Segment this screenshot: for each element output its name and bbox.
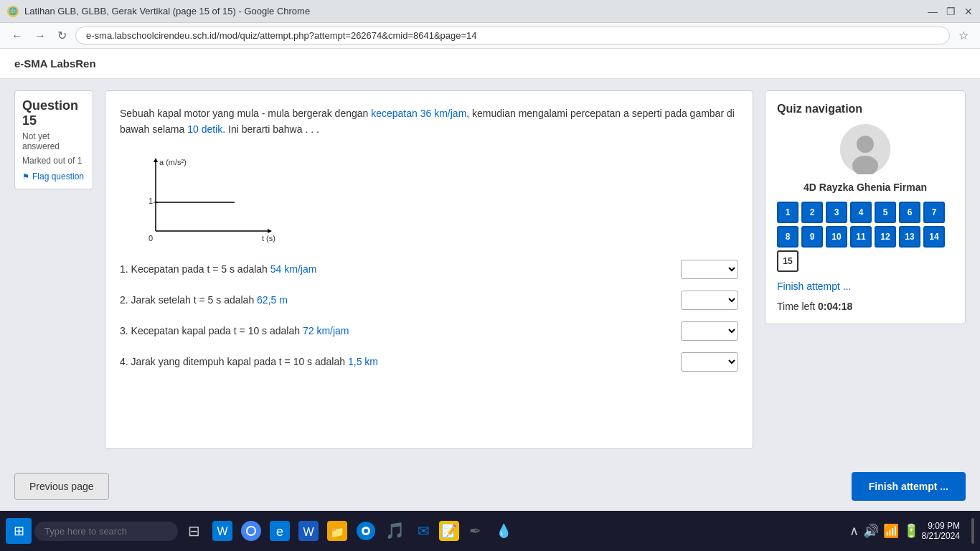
nav-num-15[interactable]: 15 [777,250,798,272]
svg-text:0: 0 [149,234,153,242]
nav-num-4[interactable]: 4 [850,202,872,223]
acceleration-graph: a (m/s²) t (s) 1 0 [134,152,278,245]
question-box: Sebuah kapal motor yang mula - mula berg… [105,90,753,449]
nav-num-14[interactable]: 14 [923,226,945,248]
nav-num-1[interactable]: 1 [777,202,798,223]
question-status: Not yet answered [22,131,85,151]
answer-select-3[interactable]: True False [681,321,738,341]
nav-num-13[interactable]: 13 [899,226,920,248]
question-sidebar: Question 15 Not yet answered Marked out … [14,90,93,449]
answer-row-1: 1. Kecepatan pada t = 5 s adalah 54 km/j… [120,260,738,279]
flag-label: Flag question [32,171,84,182]
quiz-nav-box: Quiz navigation 4D Rayzka Ghenia Firman … [765,90,966,324]
browser-addressbar: ← → ↻ e-sma.labschoolcirendeu.sch.id/mod… [0,23,980,49]
svg-marker-3 [268,229,272,233]
graph-container: a (m/s²) t (s) 1 0 [134,152,278,245]
maximize-button[interactable]: ❐ [946,6,956,17]
question-number: 15 [22,113,37,128]
answer-text-3: 3. Kecepatan kapal pada t = 10 s adalah … [120,325,681,336]
svg-text:t (s): t (s) [262,234,275,242]
main-content: Question 15 Not yet answered Marked out … [0,79,980,461]
finish-attempt-button[interactable]: Finish attempt ... [852,472,966,501]
back-button[interactable]: ← [9,29,26,42]
nav-num-8[interactable]: 8 [777,226,798,248]
nav-num-7[interactable]: 7 [923,202,945,223]
answer-text-1: 1. Kecepatan pada t = 5 s adalah 54 km/j… [120,263,681,275]
user-avatar [840,124,890,174]
answer-row-4: 4. Jarak yang ditempuh kapal pada t = 10… [120,352,738,372]
question-info-box: Question 15 Not yet answered Marked out … [14,90,93,189]
close-button[interactable]: ✕ [964,6,973,17]
bottom-bar: Previous page Finish attempt ... [0,461,980,512]
bookmark-button[interactable]: ☆ [956,29,971,42]
svg-text:a (m/s²): a (m/s²) [159,158,187,166]
nav-num-5[interactable]: 5 [875,202,896,223]
answer-select-1[interactable]: True False [681,260,738,279]
nav-num-11[interactable]: 11 [850,226,872,248]
nav-num-9[interactable]: 9 [801,226,823,248]
forward-button[interactable]: → [32,29,49,42]
window-controls[interactable]: — ❐ ✕ [928,6,973,17]
browser-title: Latihan GLB, GLBB, Gerak Vertikal (page … [24,6,922,17]
time-label: Time left [777,301,815,312]
nav-num-12[interactable]: 12 [875,226,896,248]
svg-text:1: 1 [149,197,153,205]
browser-titlebar: 🌐 Latihan GLB, GLBB, Gerak Vertikal (pag… [0,0,980,23]
minimize-button[interactable]: — [928,6,938,17]
answer-row-3: 3. Kecepatan kapal pada t = 10 s adalah … [120,321,738,341]
page-background: e-SMA LabsRen Question 15 Not yet answer… [0,49,980,512]
svg-point-12 [857,136,874,153]
site-header: e-SMA LabsRen [0,49,980,79]
user-name: 4D Rayzka Ghenia Firman [777,182,953,193]
flag-question-link[interactable]: ⚑ Flag question [22,171,85,182]
answer-row-2: 2. Jarak setelah t = 5 s adalah 62,5 m T… [120,291,738,310]
nav-num-2[interactable]: 2 [801,202,823,223]
question-area: Sebuah kapal motor yang mula - mula berg… [105,90,753,449]
answer-select-4[interactable]: True False [681,352,738,372]
taskbar: ⊞ ⊟ W e W 📁 🎵 ✉ 📝 ✒ 💧 ∧ 🔊 📶 🔋 9:09 PM 8/… [0,511,980,512]
question-text-content: Sebuah kapal motor yang mula - mula berg… [120,108,735,135]
time-value: 0:04:18 [818,301,852,312]
browser-favicon: 🌐 [7,6,19,17]
answer-text-2: 2. Jarak setelah t = 5 s adalah 62,5 m [120,294,681,306]
time-left: Time left 0:04:18 [777,301,953,312]
svg-marker-2 [154,158,158,162]
nav-num-3[interactable]: 3 [826,202,847,223]
answer-text-4: 4. Jarak yang ditempuh kapal pada t = 10… [120,356,681,367]
question-number-line: Question 15 [22,98,85,128]
flag-icon: ⚑ [22,172,29,182]
site-name: e-SMA LabsRen [14,57,96,70]
nav-num-10[interactable]: 10 [826,226,847,248]
reload-button[interactable]: ↻ [55,29,70,42]
address-bar[interactable]: e-sma.labschoolcirendeu.sch.id/mod/quiz/… [75,27,950,44]
question-label: Question [22,98,78,113]
quiz-nav-title: Quiz navigation [777,103,953,116]
quiz-nav-grid: 123456789101112131415 [777,202,953,272]
quiz-nav-sidebar: Quiz navigation 4D Rayzka Ghenia Firman … [765,90,966,449]
previous-page-button[interactable]: Previous page [14,473,109,500]
question-marks: Marked out of 1 [22,156,85,166]
answer-select-2[interactable]: True False [681,291,738,310]
nav-num-6[interactable]: 6 [899,202,920,223]
finish-attempt-link[interactable]: Finish attempt ... [777,281,953,292]
question-text: Sebuah kapal motor yang mula - mula berg… [120,105,738,138]
